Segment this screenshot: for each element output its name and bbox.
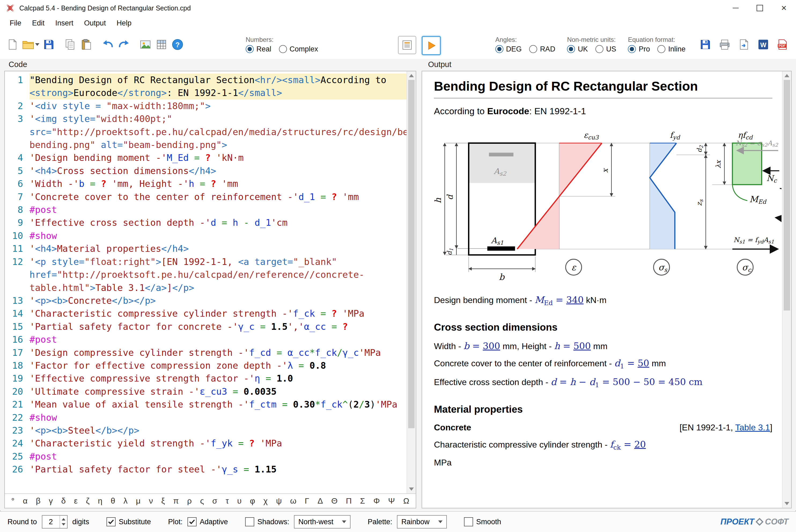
greek-symbol-button[interactable]: τ [226, 496, 229, 506]
code-line[interactable]: 13'<p><b>Concrete</b></p> [5, 294, 406, 307]
print-button[interactable] [717, 36, 733, 53]
scroll-up-icon[interactable] [407, 71, 416, 80]
code-line[interactable]: 25#post [5, 450, 406, 463]
undo-button[interactable] [100, 36, 116, 53]
greek-symbol-button[interactable]: Φ [373, 496, 380, 506]
menu-output[interactable]: Output [79, 17, 111, 30]
minimize-button[interactable] [724, 0, 748, 16]
save-button[interactable] [41, 36, 57, 53]
code-line[interactable]: 24'Characteristic yield strength -'f_yk … [5, 437, 406, 450]
new-document-button[interactable] [4, 36, 20, 53]
greek-symbol-button[interactable]: γ [49, 496, 53, 506]
scroll-down-icon[interactable] [407, 485, 416, 493]
copy-button[interactable] [62, 36, 78, 53]
insert-table-button[interactable] [153, 36, 170, 53]
greek-symbol-button[interactable]: χ [263, 496, 268, 506]
copy-output-button[interactable] [736, 36, 752, 53]
greek-symbol-button[interactable]: Ω [403, 496, 409, 506]
code-line[interactable]: 12'<p style="float:right">[EN 1992-1-1, … [5, 255, 406, 294]
radio-pro[interactable]: Pro [628, 45, 650, 53]
greek-symbol-button[interactable]: ° [11, 496, 15, 506]
greek-symbol-button[interactable]: Δ [318, 496, 323, 506]
redo-button[interactable] [116, 36, 132, 53]
radio-inline[interactable]: Inline [657, 45, 685, 53]
greek-symbol-button[interactable]: β [36, 496, 40, 506]
greek-symbol-button[interactable]: σ [212, 496, 217, 506]
palette-select[interactable]: Rainbow [397, 515, 447, 529]
open-file-button[interactable] [20, 36, 41, 53]
greek-symbol-button[interactable]: η [98, 496, 102, 506]
greek-symbol-button[interactable]: ς [200, 496, 204, 506]
code-line[interactable]: 16#post [5, 333, 406, 346]
radio-rad[interactable]: RAD [529, 45, 555, 53]
greek-symbol-button[interactable]: φ [250, 496, 255, 506]
greek-symbol-button[interactable]: ν [149, 496, 153, 506]
code-line[interactable]: 18'Factor for effective compression zone… [5, 359, 406, 372]
export-word-button[interactable]: W [755, 36, 771, 53]
paste-button[interactable] [78, 36, 94, 53]
round-to-spinner[interactable]: 2 [42, 515, 68, 529]
code-line[interactable]: 9'Effective cross section depth -'d = h … [5, 216, 406, 229]
scroll-down-icon[interactable] [782, 499, 791, 508]
code-line[interactable]: 17'Design compressive cylinder strength … [5, 346, 406, 359]
output-scrollbar[interactable] [782, 71, 791, 508]
code-line[interactable]: 19'Effective compressive strength factor… [5, 372, 406, 385]
code-line[interactable]: 5'<h4>Cross section dimensions</h4> [5, 164, 406, 177]
code-line[interactable]: 6'Width -'b = ? 'mm, Height -'h = ? 'mm [5, 177, 406, 190]
code-line[interactable]: 26'Partial safety factor for steel -'γ_s… [5, 463, 406, 476]
code-line[interactable]: 11'<h4>Material properties</h4> [5, 242, 406, 255]
greek-symbol-button[interactable]: π [173, 496, 179, 506]
greek-symbol-button[interactable]: μ [136, 496, 140, 506]
greek-symbol-button[interactable]: λ [124, 496, 128, 506]
greek-symbol-button[interactable]: ζ [86, 496, 90, 506]
code-scrollbar[interactable] [406, 71, 416, 493]
code-line[interactable]: 3'<img style="width:400pt;" src="http://… [5, 112, 406, 151]
code-line[interactable]: 20'Ultimate compressive strain -'ε_cu3 =… [5, 385, 406, 398]
greek-symbol-button[interactable]: θ [111, 496, 115, 506]
radio-uk[interactable]: UK [567, 45, 588, 53]
calculate-button[interactable] [422, 36, 441, 55]
scroll-up-icon[interactable] [782, 71, 791, 80]
radio-complex[interactable]: Complex [279, 45, 318, 53]
greek-symbol-button[interactable]: ψ [276, 496, 282, 506]
greek-symbol-button[interactable]: Ψ [388, 496, 395, 506]
greek-symbol-button[interactable]: Γ [305, 496, 309, 506]
menu-insert[interactable]: Insert [50, 17, 79, 30]
greek-symbol-button[interactable]: ω [290, 496, 296, 506]
greek-symbol-button[interactable]: ρ [187, 496, 192, 506]
code-line[interactable]: 14'Characteristic compressive cylinder s… [5, 307, 406, 320]
greek-symbol-button[interactable]: δ [61, 496, 66, 506]
greek-symbol-button[interactable]: ε [74, 496, 77, 506]
menu-edit[interactable]: Edit [27, 17, 50, 30]
code-line[interactable]: 22#show [5, 411, 406, 424]
radio-deg[interactable]: DEG [495, 45, 522, 53]
code-line[interactable]: 10#show [5, 229, 406, 242]
shadows-checkbox[interactable]: Shadows: [245, 517, 289, 526]
radio-real[interactable]: Real [246, 45, 271, 53]
close-button[interactable]: ✕ [772, 0, 796, 16]
greek-symbol-button[interactable]: Π [346, 496, 352, 506]
output-scrollbar-thumb[interactable] [784, 80, 790, 310]
spinner-arrows-icon[interactable] [59, 516, 67, 528]
greek-symbol-button[interactable]: α [23, 496, 27, 506]
insert-image-button[interactable] [137, 36, 153, 53]
smooth-checkbox[interactable]: Smooth [464, 517, 501, 526]
output-link[interactable]: Table 3.1 [735, 423, 770, 432]
greek-symbol-button[interactable]: Σ [360, 496, 365, 506]
code-line[interactable]: 2'<div style = "max-width:180mm;"> [5, 99, 406, 112]
radio-us[interactable]: US [595, 45, 616, 53]
code-line[interactable]: 1"Bending Design of RC Rectangular Secti… [5, 74, 406, 99]
greek-symbol-button[interactable]: Θ [331, 496, 337, 506]
export-pdf-button[interactable]: PDF [775, 36, 791, 53]
menu-help[interactable]: Help [111, 17, 137, 30]
open-dropdown-icon[interactable] [35, 43, 39, 46]
code-line[interactable]: 15'Partial safety factor for concrete -'… [5, 320, 406, 333]
menu-file[interactable]: File [4, 17, 27, 30]
code-line[interactable]: 4'Design bending moment -'M_Ed = ? 'kN·m [5, 151, 406, 164]
code-line[interactable]: 21'Mean value of axial tensile strength … [5, 398, 406, 411]
greek-symbol-button[interactable]: ξ [161, 496, 165, 506]
adaptive-checkbox[interactable]: Adaptive [188, 517, 228, 526]
code-editor[interactable]: 1"Bending Design of RC Rectangular Secti… [4, 71, 416, 508]
save-output-button[interactable] [697, 36, 714, 53]
code-line[interactable]: 23'<p><b>Steel</b></p> [5, 424, 406, 437]
